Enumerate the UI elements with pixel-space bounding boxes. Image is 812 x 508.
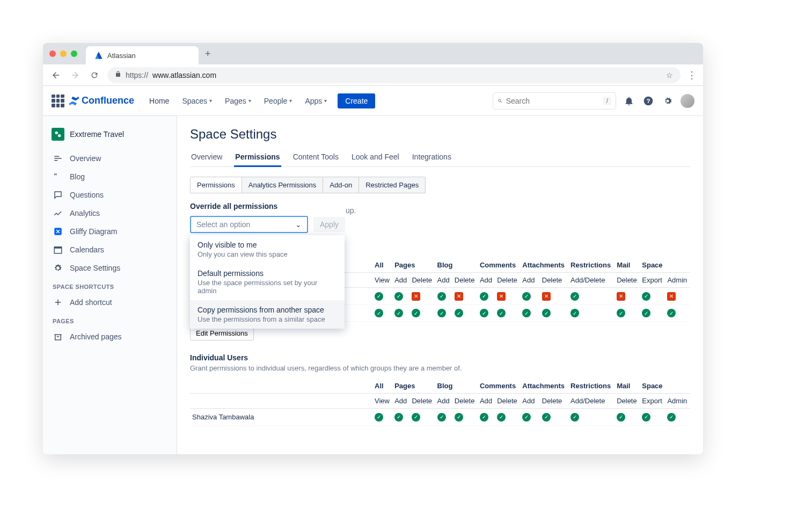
individual-users-desc: Grant permissions to individual users, r… <box>190 364 690 372</box>
svg-text:?: ? <box>646 97 650 104</box>
subtab-addon[interactable]: Add-on <box>323 177 359 193</box>
questions-icon <box>53 190 63 200</box>
table-row: Shaziva Tambawala✓✓✓✓✓✓✓✓✓✓✓✓✓ <box>190 409 690 426</box>
tab-content-tools[interactable]: Content Tools <box>292 148 340 166</box>
space-header[interactable]: Exxtreme Travel <box>47 125 172 144</box>
browser-menu-button[interactable]: ⋮ <box>687 69 697 81</box>
dropdown-option-default[interactable]: Default permissions Use the space permis… <box>190 264 345 300</box>
nav-pages[interactable]: Pages▾ <box>221 93 255 108</box>
dropdown-option-copy[interactable]: Copy permissions from another space Use … <box>190 300 345 329</box>
settings-icon[interactable] <box>661 95 674 107</box>
check-icon: ✓ <box>617 413 625 422</box>
tab-integrations[interactable]: Integrations <box>411 148 452 166</box>
sidebar-section-pages: PAGES <box>47 311 172 328</box>
sidebar-item-overview[interactable]: Overview <box>47 149 172 168</box>
sidebar-item-blog[interactable]: "Blog <box>47 168 172 186</box>
check-icon: ✓ <box>570 292 579 301</box>
check-icon: ✓ <box>437 292 446 301</box>
page-title: Space Settings <box>190 127 690 142</box>
nav-home[interactable]: Home <box>145 93 173 108</box>
search-box[interactable]: / <box>493 92 616 110</box>
svg-point-3 <box>58 134 61 137</box>
nav-people[interactable]: People▾ <box>260 93 297 108</box>
notifications-icon[interactable] <box>623 95 635 107</box>
x-icon: ✕ <box>667 292 676 301</box>
check-icon: ✓ <box>497 309 506 317</box>
subtab-restricted-pages[interactable]: Restricted Pages <box>359 177 425 193</box>
check-icon: ✓ <box>480 309 488 317</box>
help-icon[interactable]: ? <box>642 95 655 107</box>
row-name: Shaziva Tambawala <box>190 409 372 426</box>
calendar-icon <box>53 244 63 255</box>
new-tab-button[interactable]: + <box>205 48 211 60</box>
check-icon: ✓ <box>667 309 676 317</box>
address-bar[interactable]: https:// www.atlassian.com ☆ <box>107 67 681 83</box>
app-header: Confluence Home Spaces▾ Pages▾ People▾ A… <box>43 86 703 116</box>
reload-button[interactable] <box>88 69 101 82</box>
confluence-logo[interactable]: Confluence <box>69 95 134 106</box>
bookmark-star-icon[interactable]: ☆ <box>666 71 673 79</box>
chrome-titlebar: Atlassian + <box>43 43 703 64</box>
check-icon: ✓ <box>412 309 420 317</box>
check-icon: ✓ <box>570 413 579 422</box>
chevron-down-icon: ▾ <box>248 98 251 104</box>
window-controls <box>49 50 77 57</box>
url-text: www.atlassian.com <box>152 71 216 79</box>
check-icon: ✓ <box>522 309 531 317</box>
x-icon: ✕ <box>617 292 625 301</box>
check-icon: ✓ <box>522 292 531 301</box>
sidebar-item-calendars[interactable]: Calendars <box>47 241 172 259</box>
sub-tabs: Permissions Analytics Permissions Add-on… <box>190 177 426 193</box>
search-input[interactable] <box>506 97 600 105</box>
analytics-icon <box>53 208 63 219</box>
minimize-window-button[interactable] <box>60 50 67 57</box>
check-icon: ✓ <box>570 309 579 317</box>
nav-spaces[interactable]: Spaces▾ <box>178 93 216 108</box>
override-select[interactable]: Select an option ⌄ <box>190 216 308 233</box>
subtab-analytics-permissions[interactable]: Analytics Permissions <box>242 177 323 193</box>
check-icon: ✓ <box>497 413 506 422</box>
chevron-down-icon: ⌄ <box>295 220 302 229</box>
check-icon: ✓ <box>617 309 625 317</box>
close-window-button[interactable] <box>49 50 56 57</box>
check-icon: ✓ <box>542 309 551 317</box>
chevron-down-icon: ▾ <box>209 98 212 104</box>
select-placeholder: Select an option <box>196 220 250 229</box>
overview-icon <box>53 153 63 164</box>
sidebar-item-space-settings[interactable]: Space Settings <box>47 259 172 277</box>
dropdown-option-only-me[interactable]: Only visible to me Only you can view thi… <box>190 235 345 264</box>
svg-point-2 <box>55 132 58 134</box>
tab-overview[interactable]: Overview <box>190 148 223 166</box>
nav-apps[interactable]: Apps▾ <box>301 93 331 108</box>
browser-tab[interactable]: Atlassian <box>86 46 199 64</box>
sidebar-item-questions[interactable]: Questions <box>47 186 172 204</box>
blog-icon: " <box>53 171 63 182</box>
maximize-window-button[interactable] <box>71 50 77 57</box>
sidebar-add-shortcut[interactable]: Add shortcut <box>47 293 172 311</box>
check-icon: ✓ <box>642 292 650 301</box>
check-icon: ✓ <box>394 292 403 301</box>
check-icon: ✓ <box>437 309 446 317</box>
app-switcher-icon[interactable] <box>52 95 64 107</box>
browser-toolbar: https:// www.atlassian.com ☆ ⋮ <box>43 64 703 86</box>
create-button[interactable]: Create <box>338 93 375 108</box>
tab-permissions[interactable]: Permissions <box>234 148 281 167</box>
check-icon: ✓ <box>375 309 383 317</box>
plus-icon <box>53 297 63 308</box>
tab-look-and-feel[interactable]: Look and Feel <box>350 148 400 166</box>
check-icon: ✓ <box>642 309 650 317</box>
user-avatar[interactable] <box>681 94 694 108</box>
override-row: Select an option ⌄ Apply Only visible to… <box>190 216 690 233</box>
x-icon: ✕ <box>412 292 420 301</box>
sidebar-item-gliffy[interactable]: Gliffy Diagram <box>47 222 172 241</box>
subtab-permissions[interactable]: Permissions <box>191 177 242 193</box>
space-icon <box>52 128 64 141</box>
apply-button[interactable]: Apply <box>313 217 345 232</box>
svg-text:": " <box>54 172 57 180</box>
forward-button[interactable] <box>69 69 82 82</box>
sidebar-item-analytics[interactable]: Analytics <box>47 204 172 222</box>
sidebar-archived-pages[interactable]: Archived pages <box>47 328 172 346</box>
gear-icon <box>53 263 63 273</box>
back-button[interactable] <box>49 69 62 82</box>
check-icon: ✓ <box>480 413 488 422</box>
